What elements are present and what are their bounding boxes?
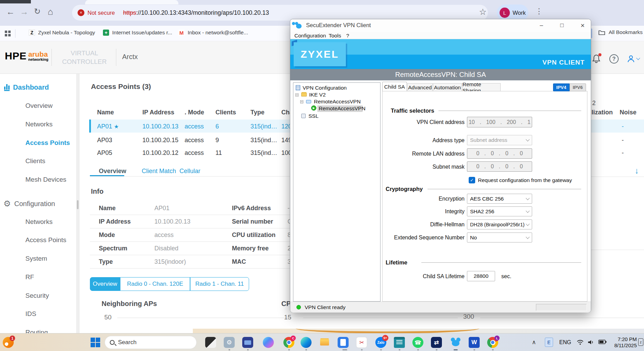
close-button[interactable]: × bbox=[577, 21, 588, 30]
radio-tab-overview[interactable]: Overview bbox=[90, 277, 120, 291]
download-icon[interactable]: ↓ bbox=[635, 166, 639, 176]
vpn-client-window[interactable]: SecuExtender VPN Client – □ × Configurat… bbox=[290, 19, 591, 313]
col-header-name[interactable]: Name bbox=[97, 109, 114, 116]
profile-chip[interactable]: L Work bbox=[497, 4, 528, 21]
apps-grid-icon[interactable] bbox=[5, 31, 11, 36]
forward-icon[interactable]: → bbox=[20, 7, 28, 17]
browser-menu-icon[interactable]: ⋮ bbox=[535, 7, 543, 16]
photos-app-icon[interactable] bbox=[205, 337, 216, 348]
col-header-mode[interactable]: . Mode bbox=[185, 109, 204, 116]
tree-item-vpn-configuration[interactable]: VPN Configuration bbox=[303, 85, 347, 91]
help-icon[interactable]: ? bbox=[609, 54, 619, 64]
tab-automation[interactable]: Automation bbox=[433, 83, 462, 91]
chrome-icon[interactable]: C bbox=[283, 337, 294, 348]
radio-tab-radio1[interactable]: Radio 1 - Chan. 11 bbox=[190, 277, 249, 291]
start-button-icon[interactable] bbox=[90, 337, 101, 348]
sidebar-item-mesh-devices[interactable]: Mesh Devices bbox=[25, 176, 66, 183]
tree-expander[interactable] bbox=[300, 100, 303, 103]
sidebar-item-routing[interactable]: Routing bbox=[25, 329, 48, 333]
tray-chevron-up-icon[interactable]: ∧ bbox=[532, 339, 536, 346]
window-titlebar[interactable]: SecuExtender VPN Client – □ × bbox=[290, 19, 591, 32]
tab-overview[interactable]: Overview bbox=[99, 168, 126, 175]
notes-app-icon[interactable] bbox=[394, 337, 405, 348]
maximize-button[interactable]: □ bbox=[557, 21, 567, 30]
sidebar-item-overview[interactable]: Overview bbox=[25, 102, 52, 110]
gateway-config-checkbox-row[interactable]: ✓ Request configuration from the gateway bbox=[469, 177, 572, 183]
wps-office-icon[interactable] bbox=[338, 337, 349, 348]
tab-advanced[interactable]: Advanced bbox=[407, 83, 433, 91]
radio-tab-radio0[interactable]: Radio 0 - Chan. 120E bbox=[120, 277, 190, 291]
battery-icon[interactable] bbox=[598, 340, 607, 346]
user-account-icon[interactable] bbox=[627, 54, 640, 63]
tab-cellular[interactable]: Cellular bbox=[179, 168, 200, 175]
snipping-tool-icon[interactable]: ✂ bbox=[356, 337, 367, 348]
notifications-bell-icon[interactable] bbox=[592, 54, 600, 65]
col-header-ip[interactable]: IP Address bbox=[142, 109, 174, 116]
file-explorer-icon[interactable] bbox=[319, 337, 330, 348]
word-icon[interactable]: W bbox=[469, 337, 480, 348]
checkbox-checked-icon[interactable]: ✓ bbox=[469, 177, 475, 183]
sidebar-item-ids[interactable]: IDS bbox=[25, 310, 36, 318]
teamviewer-icon[interactable]: ⇄ bbox=[431, 337, 442, 348]
menu-help[interactable]: ? bbox=[346, 32, 349, 39]
menu-tools[interactable]: Tools bbox=[329, 32, 341, 39]
sidebar-item-networks[interactable]: Networks bbox=[25, 121, 52, 128]
language-indicator[interactable]: ENG bbox=[559, 339, 571, 346]
copilot-icon[interactable] bbox=[263, 337, 274, 348]
integrity-dropdown[interactable]: SHA2 256 bbox=[467, 206, 532, 216]
sidebar-item-rf[interactable]: RF bbox=[25, 273, 34, 281]
esn-dropdown[interactable]: No bbox=[467, 233, 532, 242]
menu-configuration[interactable]: Configuration bbox=[294, 32, 326, 39]
sidebar-item-dashboard[interactable]: Dashboard bbox=[4, 83, 49, 91]
url-text[interactable]: https://10.100.20.13:4343/monitoring/aps… bbox=[123, 9, 269, 16]
encryption-dropdown[interactable]: AES CBC 256 bbox=[467, 194, 532, 204]
bookmark-internet-issue[interactable]: + Internet Issue/updates r... bbox=[103, 30, 172, 36]
sidebar-item-security[interactable]: Security bbox=[25, 292, 49, 299]
col-header-clients[interactable]: Clients bbox=[215, 109, 236, 116]
ime-icon[interactable]: E bbox=[545, 338, 553, 347]
zyxel-vpn-taskbar-icon[interactable] bbox=[450, 337, 461, 348]
vpn-client-address-field[interactable]: 10 . 100 . 200 . 1 bbox=[467, 117, 532, 127]
chrome-profile2-icon[interactable]: L bbox=[487, 337, 498, 348]
zalo-icon[interactable]: Zalo 5+ bbox=[375, 337, 386, 348]
bookmark-star-icon[interactable]: ☆ bbox=[479, 7, 487, 17]
cell-name[interactable]: AP01 bbox=[97, 123, 112, 130]
whatsapp-icon[interactable]: ☎ bbox=[412, 337, 423, 348]
tree-item-ike-v2[interactable]: IKE V2 bbox=[309, 92, 326, 98]
cell-name[interactable]: AP03 bbox=[97, 137, 112, 144]
sidebar-item-configuration[interactable]: ⚙ Configuration bbox=[3, 199, 55, 208]
reload-icon[interactable]: ↻ bbox=[34, 7, 40, 16]
minimize-button[interactable]: – bbox=[536, 21, 547, 30]
tree-item-remoteaccessvpn[interactable]: RemoteAccessVPN bbox=[314, 99, 361, 105]
tab-client-match[interactable]: Client Match bbox=[142, 168, 176, 175]
sidebar-item-clients[interactable]: Clients bbox=[25, 157, 45, 165]
child-sa-lifetime-field[interactable]: 28800 bbox=[467, 271, 495, 281]
subnet-mask-field[interactable]: 0 . 0 . 0 . 0 bbox=[467, 161, 532, 172]
all-bookmarks-button[interactable]: All Bookmarks bbox=[598, 29, 643, 35]
tree-expander[interactable] bbox=[295, 93, 298, 97]
tab-child-sa[interactable]: Child SA bbox=[382, 82, 407, 91]
sidebar-scrollbar-handle[interactable] bbox=[77, 200, 79, 209]
remote-lan-field[interactable]: 0 . 0 . 0 . 0 bbox=[467, 148, 532, 159]
sidebar-item-config-access-points[interactable]: Access Points bbox=[25, 236, 66, 244]
ipv4-toggle[interactable]: IPV4 bbox=[553, 83, 570, 91]
bookmark-inbox[interactable]: M Inbox - network@softfle... bbox=[178, 30, 248, 36]
ipv6-toggle[interactable]: IPV6 bbox=[570, 83, 586, 91]
home-icon[interactable]: ⌂ bbox=[48, 7, 53, 17]
not-secure-label[interactable]: Not secure bbox=[87, 10, 115, 16]
col-header-noise[interactable]: Noise bbox=[620, 109, 636, 116]
tab-remote-sharing[interactable]: Remote Sharing bbox=[462, 83, 501, 91]
col-header-type[interactable]: Type bbox=[250, 109, 265, 116]
sidebar-item-system[interactable]: System bbox=[25, 255, 47, 262]
favorite-star-icon[interactable]: ★ bbox=[114, 123, 119, 130]
notification-center-icon[interactable]: z bbox=[638, 338, 643, 346]
tree-item-child-sa[interactable]: RemoteAccessVPN bbox=[319, 105, 365, 112]
sidebar-item-access-points[interactable]: Access Points bbox=[25, 139, 70, 147]
weather-widget-icon[interactable]: 1 bbox=[3, 337, 14, 348]
bookmark-zyxel-nebula[interactable]: Z Zyxel Nebula - Topology bbox=[29, 30, 95, 36]
edge-icon[interactable] bbox=[301, 337, 312, 348]
tree-item-ssl[interactable]: SSL bbox=[308, 113, 318, 119]
volume-icon[interactable] bbox=[587, 339, 594, 347]
cell-name[interactable]: AP05 bbox=[97, 149, 112, 157]
clock-tray[interactable]: 7:20 PM 8/11/2025 bbox=[610, 336, 637, 349]
